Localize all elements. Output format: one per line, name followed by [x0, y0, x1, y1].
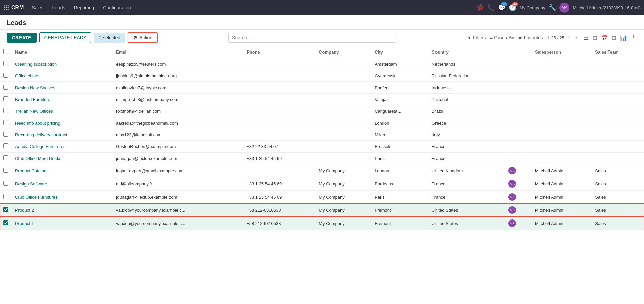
- gear-icon: ⚙: [133, 35, 138, 40]
- select-all-checkbox[interactable]: [3, 49, 8, 54]
- row-name[interactable]: Product 2: [12, 204, 113, 217]
- row-checkbox[interactable]: [3, 85, 8, 90]
- activity-view-icon[interactable]: ⏱: [630, 34, 637, 42]
- row-salesteam: [592, 105, 644, 117]
- row-checkbox-cell[interactable]: [0, 153, 12, 164]
- row-company: [315, 94, 371, 105]
- nav-reporting[interactable]: Reporting: [71, 4, 98, 12]
- row-checkbox[interactable]: [3, 194, 8, 199]
- row-name[interactable]: Acadia College Furnitures: [12, 141, 113, 153]
- row-name[interactable]: Design New Shelves: [12, 82, 113, 94]
- table-row[interactable]: Trelian New Offices roxshott9@trellian.c…: [0, 105, 644, 117]
- table-row[interactable]: Product Catalog logan_expert@gmail.examp…: [0, 164, 644, 177]
- row-checkbox-cell[interactable]: [0, 117, 12, 129]
- bug-icon[interactable]: 🐞: [477, 4, 484, 11]
- row-checkbox[interactable]: [3, 168, 8, 173]
- nav-leads[interactable]: Leads: [49, 4, 68, 12]
- row-checkbox[interactable]: [3, 143, 8, 148]
- row-name[interactable]: Product 1: [12, 217, 113, 230]
- row-name[interactable]: Need info about pricing: [12, 117, 113, 129]
- row-name[interactable]: Product Catalog: [12, 164, 113, 177]
- phone-icon[interactable]: 📞: [487, 4, 495, 11]
- row-name[interactable]: Office chairs: [12, 70, 113, 82]
- next-page-button[interactable]: ›: [574, 34, 579, 41]
- row-checkbox[interactable]: [3, 220, 8, 225]
- kanban-view-icon[interactable]: ⊞: [592, 34, 598, 42]
- row-name[interactable]: Cleaning subscription: [12, 58, 113, 70]
- row-city: Canguareta...: [371, 105, 428, 117]
- row-checkbox[interactable]: [3, 132, 8, 137]
- generate-leads-button[interactable]: GENERATE LEADS: [39, 32, 92, 43]
- col-select-all[interactable]: [0, 46, 12, 58]
- table-row[interactable]: Cleaning subscription eespinazo5@reuters…: [0, 58, 644, 70]
- row-checkbox[interactable]: [3, 61, 8, 66]
- favorites-button[interactable]: ★ Favorites: [518, 35, 543, 40]
- user-name[interactable]: Mitchell Admin (21333693-16-0-all): [573, 5, 641, 10]
- table-row[interactable]: Product 2 vauxoo@yourcompany.example.c..…: [0, 204, 644, 217]
- row-checkbox[interactable]: [3, 73, 8, 78]
- row-checkbox[interactable]: [3, 120, 8, 125]
- row-checkbox-cell[interactable]: [0, 82, 12, 94]
- row-checkbox-cell[interactable]: [0, 191, 12, 204]
- message-icon[interactable]: 💬 11: [498, 4, 505, 11]
- table-row[interactable]: Need info about pricing aakreda@theglobe…: [0, 117, 644, 129]
- chart-view-icon[interactable]: 📊: [619, 34, 628, 42]
- row-name[interactable]: Design Software: [12, 177, 113, 191]
- row-name[interactable]: Branded Furniture: [12, 94, 113, 105]
- row-company: My Company: [315, 177, 371, 191]
- table-row[interactable]: Design Software md@oilcompany.fr +33 1 2…: [0, 177, 644, 191]
- settings-icon[interactable]: 🔧: [548, 4, 556, 11]
- selected-count-button[interactable]: 2 selected: [94, 33, 125, 43]
- row-checkbox[interactable]: [3, 108, 8, 113]
- row-name[interactable]: Club Office Furnitures: [12, 191, 113, 204]
- row-checkbox-cell[interactable]: [0, 105, 12, 117]
- row-checkbox-cell[interactable]: [0, 129, 12, 141]
- row-checkbox-cell[interactable]: [0, 217, 12, 230]
- table-row[interactable]: Design New Shelves akalinovich7@tinypic.…: [0, 82, 644, 94]
- groupby-button[interactable]: ≡ Group By: [490, 35, 514, 40]
- table-row[interactable]: Club Office More Desks jdunagan@leclub.e…: [0, 153, 644, 164]
- row-checkbox-cell[interactable]: [0, 58, 12, 70]
- nav-sales[interactable]: Sales: [28, 4, 47, 12]
- table-row[interactable]: Club Office Furnitures jdunagan@leclub.e…: [0, 191, 644, 204]
- row-checkbox[interactable]: [3, 207, 8, 212]
- row-checkbox[interactable]: [3, 155, 8, 160]
- row-checkbox-cell[interactable]: [0, 141, 12, 153]
- nav-configuration[interactable]: Configuration: [100, 4, 134, 12]
- row-checkbox-cell[interactable]: [0, 94, 12, 105]
- row-name[interactable]: Club Office More Desks: [12, 153, 113, 164]
- table-row[interactable]: Branded Furniture mlimprecht8@fastcompan…: [0, 94, 644, 105]
- table-row[interactable]: Office chairs jjobbins6@simplemachines.o…: [0, 70, 644, 82]
- company-name[interactable]: My Company: [520, 5, 545, 10]
- row-email: jdunagan@leclub.example.com: [113, 191, 243, 204]
- row-salesteam: [592, 129, 644, 141]
- favorites-label: Favorites: [524, 35, 543, 40]
- row-checkbox[interactable]: [3, 96, 8, 101]
- row-name[interactable]: Recurring delivery contract: [12, 129, 113, 141]
- user-avatar[interactable]: MA: [559, 3, 569, 13]
- action-button[interactable]: ⚙ Action: [128, 32, 158, 43]
- list-view-icon[interactable]: ☰: [583, 34, 590, 42]
- grid-view-icon[interactable]: ⊟: [611, 34, 617, 42]
- search-input[interactable]: [228, 33, 396, 43]
- activity-icon[interactable]: 🕐 40: [509, 4, 516, 11]
- row-name[interactable]: Trelian New Offices: [12, 105, 113, 117]
- create-button[interactable]: CREATE: [7, 33, 37, 43]
- row-checkbox-cell[interactable]: [0, 70, 12, 82]
- filters-button[interactable]: ▼ Filters: [467, 35, 486, 40]
- row-checkbox-cell[interactable]: [0, 177, 12, 191]
- row-salesperson-avatar: MA: [505, 164, 532, 177]
- row-checkbox-cell[interactable]: [0, 204, 12, 217]
- app-grid-icon[interactable]: [3, 5, 9, 11]
- row-checkbox[interactable]: [3, 181, 8, 186]
- row-checkbox-cell[interactable]: [0, 164, 12, 177]
- app-brand[interactable]: CRM: [11, 5, 24, 11]
- prev-page-button[interactable]: ‹: [566, 34, 571, 41]
- row-salesperson-avatar: [505, 58, 532, 70]
- row-salesperson: Mitchell Admin: [532, 217, 592, 230]
- table-row[interactable]: Product 1 vauxoo@yourcompany.example.c..…: [0, 217, 644, 230]
- table-row[interactable]: Recurring delivery contract max123@itcon…: [0, 129, 644, 141]
- calendar-view-icon[interactable]: 📅: [600, 34, 609, 42]
- table-row[interactable]: Acadia College Furnitures GastonRochon@e…: [0, 141, 644, 153]
- groupby-icon: ≡: [490, 35, 493, 40]
